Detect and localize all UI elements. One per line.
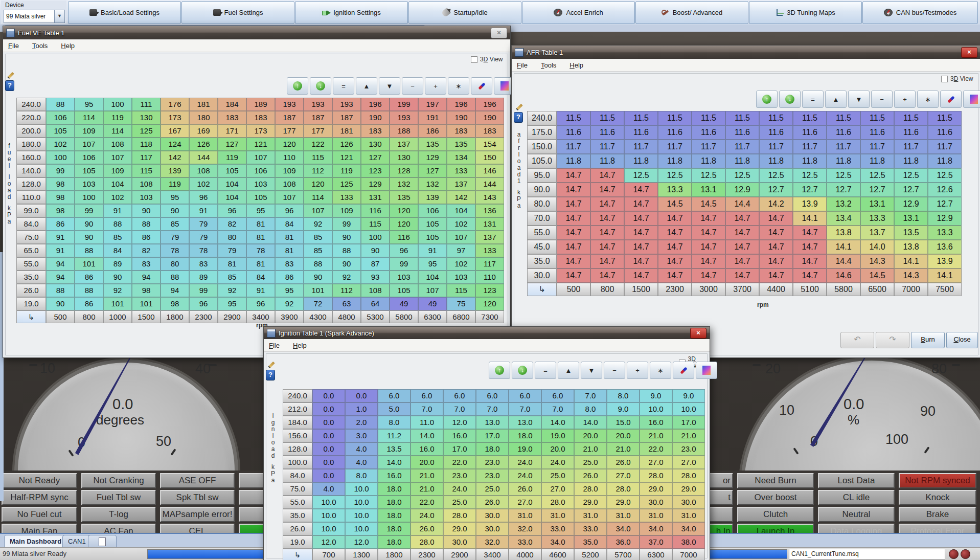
table-cell[interactable]: 11.6 — [590, 125, 624, 140]
table-cell[interactable]: 187 — [332, 111, 361, 124]
table-cell[interactable]: 14.3 — [894, 268, 928, 283]
table-cell[interactable]: 20.0 — [607, 429, 640, 442]
table-cell[interactable]: 35.0 — [574, 535, 607, 549]
table-cell[interactable]: 99 — [332, 217, 361, 231]
table-cell[interactable]: 12.7 — [759, 183, 793, 197]
table-cell[interactable]: 13.4 — [827, 211, 860, 226]
table-cell[interactable]: 9.0 — [607, 402, 640, 416]
table-cell[interactable]: 78 — [189, 244, 218, 257]
table-cell[interactable]: 146 — [475, 164, 504, 177]
table-cell[interactable]: 120 — [390, 217, 418, 231]
table-cell[interactable]: 11.5 — [793, 111, 827, 125]
table-cell[interactable]: 11.7 — [624, 140, 658, 154]
table-cell[interactable]: 7.0 — [541, 402, 574, 416]
table-cell[interactable]: 21.0 — [607, 442, 640, 456]
table-cell[interactable]: 31.0 — [541, 509, 574, 522]
table-cell[interactable]: 11.6 — [793, 125, 827, 140]
table-cell[interactable]: 0.0 — [312, 389, 345, 402]
table-cell[interactable]: 14.7 — [624, 254, 658, 268]
table-cell[interactable]: 18.0 — [476, 442, 509, 456]
table-cell[interactable]: 193 — [275, 98, 304, 111]
table-cell[interactable]: 12.9 — [928, 211, 962, 226]
table-cell[interactable]: 114 — [75, 111, 103, 124]
table-cell[interactable]: 12.5 — [928, 168, 962, 183]
table-cell[interactable]: 12.5 — [827, 168, 860, 183]
table-cell[interactable]: 133 — [332, 191, 361, 204]
menu-file[interactable]: File — [269, 342, 280, 349]
table-cell[interactable]: 28.0 — [672, 469, 705, 482]
table-cell[interactable]: 14.7 — [725, 268, 759, 283]
table-cell[interactable]: 79 — [189, 231, 218, 244]
table-cell[interactable]: 11.8 — [928, 154, 962, 168]
decrement-button[interactable]: ▼ — [581, 362, 602, 379]
table-cell[interactable]: 13.0 — [476, 416, 509, 429]
table-cell[interactable]: 92 — [275, 297, 304, 310]
table-cell[interactable]: 14.7 — [557, 197, 590, 211]
table-cell[interactable]: 110 — [275, 151, 304, 164]
table-cell[interactable]: 90 — [46, 297, 75, 310]
toolbar-button-basic-load[interactable]: Basic/Load Settings — [68, 1, 181, 24]
table-cell[interactable]: 108 — [103, 138, 132, 151]
axis-corner-button[interactable]: ↳ — [527, 283, 557, 296]
table-cell[interactable]: 100 — [46, 151, 75, 164]
burn-button[interactable]: Burn — [911, 332, 945, 348]
table-cell[interactable]: 96 — [189, 297, 218, 310]
table-cell[interactable]: 7.0 — [476, 402, 509, 416]
table-cell[interactable]: 11.6 — [928, 125, 962, 140]
table-cell[interactable]: 11.2 — [378, 429, 411, 442]
table-cell[interactable]: 98 — [46, 177, 75, 191]
table-cell[interactable]: 28.0 — [411, 535, 443, 549]
table-cell[interactable]: 105 — [75, 164, 103, 177]
edit-pencil-button[interactable] — [673, 362, 694, 379]
table-cell[interactable]: 11.7 — [827, 140, 860, 154]
table-cell[interactable]: 135 — [447, 138, 475, 151]
table-cell[interactable]: 6.0 — [476, 389, 509, 402]
table-cell[interactable]: 120 — [475, 297, 504, 310]
table-cell[interactable]: 111 — [132, 98, 161, 111]
table-cell[interactable]: 13.1 — [860, 197, 894, 211]
table-cell[interactable]: 16.0 — [640, 416, 672, 429]
table-cell[interactable]: 190 — [447, 111, 475, 124]
table-cell[interactable]: 177 — [304, 124, 332, 138]
table-cell[interactable]: 11.7 — [557, 140, 590, 154]
table-cell[interactable]: 28.0 — [640, 469, 672, 482]
table-cell[interactable]: 91 — [46, 244, 75, 257]
minus-button[interactable]: − — [402, 77, 423, 95]
table-cell[interactable]: 183 — [361, 124, 390, 138]
plus-button[interactable]: + — [894, 91, 916, 108]
table-cell[interactable]: 25.0 — [541, 469, 574, 482]
table-cell[interactable]: 85 — [103, 231, 132, 244]
table-cell[interactable]: 12.9 — [725, 183, 759, 197]
table-cell[interactable]: 21.0 — [411, 482, 443, 496]
table-cell[interactable]: 14.0 — [411, 429, 443, 442]
table-cell[interactable]: 11.6 — [725, 125, 759, 140]
table-cell[interactable]: 104 — [447, 204, 475, 217]
table-cell[interactable]: 86 — [75, 297, 103, 310]
close-icon[interactable]: × — [491, 28, 507, 38]
table-cell[interactable]: 99 — [390, 257, 418, 271]
table-cell[interactable]: 8.0 — [574, 402, 607, 416]
table-cell[interactable]: 121 — [246, 138, 275, 151]
table-cell[interactable]: 104 — [218, 191, 246, 204]
table-cell[interactable]: 14.7 — [624, 197, 658, 211]
table-cell[interactable]: 14.7 — [692, 240, 725, 254]
table-cell[interactable]: 103 — [75, 177, 103, 191]
table-cell[interactable]: 12.5 — [860, 168, 894, 183]
table-cell[interactable]: 11.6 — [860, 125, 894, 140]
table-cell[interactable]: 120 — [304, 177, 332, 191]
table-cell[interactable]: 34.0 — [640, 522, 672, 535]
table-cell[interactable]: 88 — [75, 244, 103, 257]
table-cell[interactable]: 105 — [390, 284, 418, 297]
table-cell[interactable]: 85 — [161, 217, 189, 231]
table-cell[interactable]: 14.7 — [557, 211, 590, 226]
table-cell[interactable]: 14.0 — [574, 416, 607, 429]
table-cell[interactable]: 12.5 — [725, 168, 759, 183]
table-cell[interactable]: 91 — [189, 204, 218, 217]
table-cell[interactable]: 173 — [246, 124, 275, 138]
table-cell[interactable]: 177 — [275, 124, 304, 138]
table-cell[interactable]: 131 — [361, 191, 390, 204]
table-cell[interactable]: 14.7 — [793, 268, 827, 283]
table-cell[interactable]: 0.0 — [312, 402, 345, 416]
edit-pencil-button[interactable] — [940, 91, 962, 108]
table-cell[interactable]: 30.0 — [640, 496, 672, 509]
